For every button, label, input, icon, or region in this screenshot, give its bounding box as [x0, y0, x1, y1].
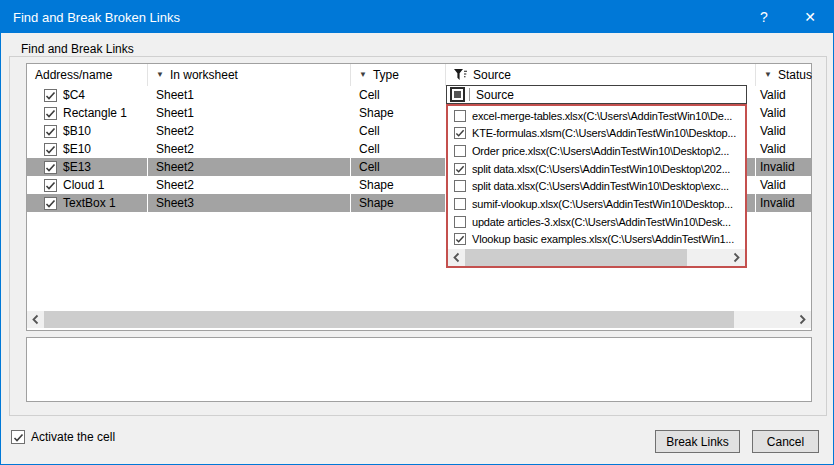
sort-down-icon: ▼: [359, 71, 367, 79]
address-name: $C4: [63, 88, 85, 102]
address-cell: $B10: [27, 122, 147, 140]
filter-list-item[interactable]: Order price.xlsx(C:\Users\AddinTestWin10…: [448, 142, 745, 160]
filter-item-checkbox[interactable]: [454, 145, 466, 157]
dropdown-horizontal-scrollbar[interactable]: [448, 249, 745, 266]
address-cell: TextBox 1: [27, 194, 147, 212]
column-header-type[interactable]: ▼ Type: [350, 64, 445, 86]
column-label: Type: [373, 68, 399, 82]
filter-list-item[interactable]: update articles-3.xlsx(C:\Users\AddinTes…: [448, 213, 745, 231]
status-value: Valid: [760, 142, 786, 156]
status-cell: Valid: [755, 176, 811, 194]
worksheet-cell: Sheet1: [147, 86, 350, 104]
filter-list-item[interactable]: KTE-formulas.xlsm(C:\Users\AddinTestWin1…: [448, 125, 745, 143]
address-name: Cloud 1: [63, 178, 104, 192]
status-value: Valid: [760, 124, 786, 138]
filter-item-label: update articles-3.xlsx(C:\Users\AddinTes…: [472, 216, 731, 228]
filter-item-label: split data.xlsx(C:\Users\AddinTestWin10\…: [472, 163, 730, 175]
row-checkbox[interactable]: [44, 107, 57, 120]
type-value: Shape: [359, 196, 394, 210]
address-name: $B10: [63, 124, 91, 138]
column-label: Status: [778, 68, 812, 82]
address-cell: Cloud 1: [27, 176, 147, 194]
filter-header-label: Source: [476, 88, 514, 102]
dialog-title: Find and Break Broken Links: [13, 10, 180, 25]
type-value: Cell: [359, 142, 380, 156]
status-cell: Valid: [755, 140, 811, 158]
address-cell: $C4: [27, 86, 147, 104]
status-cell: Invalid: [755, 194, 811, 212]
row-checkbox[interactable]: [44, 161, 57, 174]
scrollbar-thumb[interactable]: [44, 311, 734, 328]
sort-down-icon: ▼: [764, 71, 772, 79]
status-value: Invalid: [760, 196, 795, 210]
worksheet-name: Sheet1: [156, 88, 194, 102]
filter-icon: [454, 69, 467, 81]
scroll-right-icon[interactable]: [728, 249, 745, 266]
filter-list-item[interactable]: sumif-vlookup.xlsx(C:\Users\AddinTestWin…: [448, 195, 745, 213]
scroll-right-icon[interactable]: [794, 311, 811, 328]
table-header: Address/name ▼ In worksheet ▼ Type Sourc…: [27, 64, 811, 86]
row-checkbox[interactable]: [44, 143, 57, 156]
address-cell: Rectangle 1: [27, 104, 147, 122]
type-cell: Cell: [350, 122, 445, 140]
type-cell: Cell: [350, 140, 445, 158]
address-cell: $E10: [27, 140, 147, 158]
column-header-source[interactable]: Source: [445, 64, 755, 86]
result-list-box: [26, 337, 812, 402]
status-value: Valid: [760, 88, 786, 102]
worksheet-cell: Sheet2: [147, 122, 350, 140]
filter-item-checkbox[interactable]: [454, 163, 466, 175]
type-value: Shape: [359, 106, 394, 120]
filter-item-label: Vlookup basic examples.xlsx(C:\Users\Add…: [472, 233, 734, 245]
activate-cell-label: Activate the cell: [31, 430, 115, 444]
worksheet-cell: Sheet2: [147, 140, 350, 158]
column-header-status[interactable]: ▼ Status: [755, 64, 811, 86]
column-header-address[interactable]: Address/name: [27, 64, 147, 86]
source-filter-header[interactable]: Source: [446, 85, 747, 104]
row-checkbox[interactable]: [44, 197, 57, 210]
type-cell: Cell: [350, 158, 445, 176]
worksheet-name: Sheet2: [156, 160, 194, 174]
type-cell: Shape: [350, 104, 445, 122]
filter-item-checkbox[interactable]: [454, 110, 466, 122]
worksheet-name: Sheet3: [156, 196, 194, 210]
worksheet-name: Sheet1: [156, 106, 194, 120]
filter-list-item[interactable]: Vlookup basic examples.xlsx(C:\Users\Add…: [448, 230, 745, 248]
cancel-button[interactable]: Cancel: [752, 430, 819, 453]
activate-cell-checkbox[interactable]: [11, 430, 25, 444]
row-checkbox[interactable]: [44, 179, 57, 192]
filter-item-checkbox[interactable]: [454, 180, 466, 192]
select-all-checkbox[interactable]: [450, 87, 465, 102]
filter-item-checkbox[interactable]: [454, 233, 466, 245]
filter-list-item[interactable]: split data.xlsx(C:\Users\AddinTestWin10\…: [448, 178, 745, 196]
sort-down-icon: ▼: [156, 71, 164, 79]
status-value: Valid: [760, 106, 786, 120]
worksheet-cell: Sheet3: [147, 194, 350, 212]
titlebar-buttons: ? ✕: [741, 1, 833, 33]
scrollbar-thumb[interactable]: [465, 249, 687, 266]
filter-list-item[interactable]: split data.xlsx(C:\Users\AddinTestWin10\…: [448, 160, 745, 178]
help-button[interactable]: ?: [741, 1, 787, 33]
scroll-left-icon[interactable]: [448, 249, 465, 266]
column-header-worksheet[interactable]: ▼ In worksheet: [147, 64, 350, 86]
filter-list-item[interactable]: excel-merge-tables.xlsx(C:\Users\AddinTe…: [448, 107, 745, 125]
worksheet-cell: Sheet2: [147, 158, 350, 176]
row-checkbox[interactable]: [44, 125, 57, 138]
break-links-button[interactable]: Break Links: [655, 430, 740, 453]
status-cell: Valid: [755, 104, 811, 122]
status-value: Invalid: [760, 160, 795, 174]
column-label: Source: [473, 68, 511, 82]
close-button[interactable]: ✕: [787, 1, 833, 33]
table-horizontal-scrollbar[interactable]: [27, 311, 811, 328]
column-label: In worksheet: [170, 68, 238, 82]
row-checkbox[interactable]: [44, 89, 57, 102]
scroll-left-icon[interactable]: [27, 311, 44, 328]
activate-cell-option[interactable]: Activate the cell: [11, 430, 115, 444]
filter-item-checkbox[interactable]: [454, 216, 466, 228]
address-cell: $E13: [27, 158, 147, 176]
filter-item-checkbox[interactable]: [454, 198, 466, 210]
filter-item-label: sumif-vlookup.xlsx(C:\Users\AddinTestWin…: [472, 198, 733, 210]
filter-item-checkbox[interactable]: [454, 127, 466, 139]
worksheet-cell: Sheet1: [147, 104, 350, 122]
column-label: Address/name: [35, 68, 112, 82]
